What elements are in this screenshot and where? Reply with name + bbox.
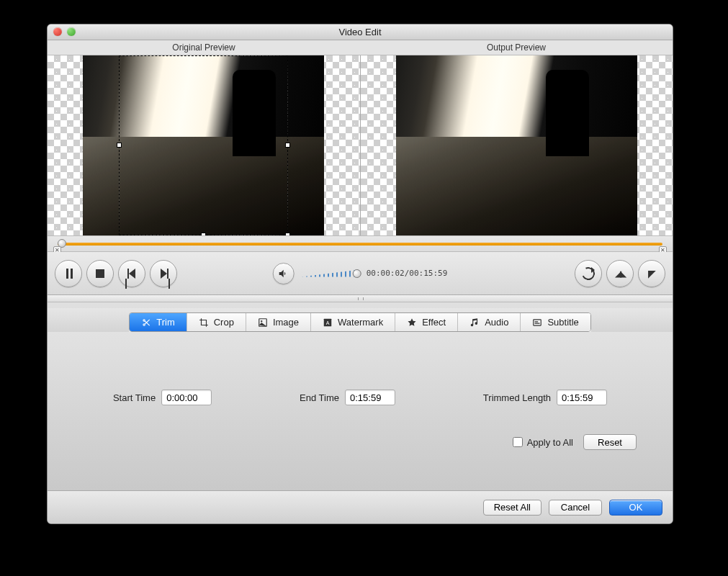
speaker-icon: [278, 268, 289, 279]
tab-watermark[interactable]: A Watermark: [311, 313, 395, 331]
cancel-button[interactable]: Cancel: [549, 500, 602, 516]
tab-audio-label: Audio: [485, 317, 508, 328]
star-icon: [407, 318, 417, 328]
trim-panel: Start Time End Time Trimmed Length Apply…: [48, 332, 673, 490]
volume-thumb[interactable]: [353, 269, 361, 278]
original-preview-label: Original Preview: [48, 40, 360, 55]
tab-audio[interactable]: Audio: [458, 313, 521, 331]
watermark-icon: A: [323, 318, 333, 328]
output-preview-label: Output Preview: [360, 40, 673, 55]
volume-group: 00:00:02/00:15:59: [273, 263, 448, 284]
tab-crop-label: Crop: [214, 317, 234, 328]
crop-handle-south[interactable]: [201, 233, 206, 235]
tab-crop[interactable]: Crop: [187, 313, 246, 331]
trimmed-length-field: Trimmed Length: [483, 390, 607, 405]
apply-to-all-label: Apply to All: [527, 437, 573, 448]
start-time-input[interactable]: [161, 390, 212, 405]
flip-horizontal-icon: [615, 268, 625, 279]
preview-labels: Original Preview Output Preview: [48, 40, 673, 55]
dialog-footer: Reset All Cancel OK: [48, 490, 673, 523]
next-frame-icon: [161, 269, 167, 279]
titlebar: Video Edit: [48, 24, 673, 40]
trimmed-length-label: Trimmed Length: [483, 392, 551, 403]
mute-button[interactable]: [273, 263, 295, 284]
output-preview-pane: [360, 55, 673, 235]
next-frame-button[interactable]: [150, 260, 177, 287]
crop-selection[interactable]: [119, 55, 288, 235]
tab-subtitle-label: Subtitle: [547, 317, 578, 328]
start-time-label: Start Time: [113, 392, 156, 403]
pane-splitter[interactable]: [48, 295, 673, 302]
playback-controls: 00:00:02/00:15:59: [48, 252, 673, 295]
svg-text:A: A: [326, 320, 330, 325]
reset-button[interactable]: Reset: [583, 434, 637, 450]
end-time-label: End Time: [300, 392, 339, 403]
original-preview-pane[interactable]: [48, 55, 360, 235]
flip-vertical-button[interactable]: [638, 260, 665, 287]
volume-slider[interactable]: [302, 270, 359, 277]
reset-all-button[interactable]: Reset All: [483, 500, 541, 516]
prev-frame-icon: [129, 269, 135, 279]
volume-ticks: [302, 270, 359, 277]
image-icon: [258, 318, 268, 328]
rotate-icon: [582, 267, 595, 280]
tab-effect-label: Effect: [422, 317, 446, 328]
crop-icon: [199, 318, 209, 328]
zoom-window-button[interactable]: [67, 27, 76, 36]
flip-vertical-icon: [648, 268, 656, 279]
tab-effect[interactable]: Effect: [395, 313, 458, 331]
svg-rect-4: [534, 319, 541, 325]
window-title: Video Edit: [338, 27, 381, 37]
preview-area: [48, 55, 673, 236]
trimmed-length-input[interactable]: [557, 390, 607, 405]
rotate-button[interactable]: [575, 260, 602, 287]
scissors-icon: [141, 318, 151, 328]
tab-trim[interactable]: Trim: [130, 313, 187, 331]
crop-handle-west[interactable]: [117, 143, 122, 148]
prev-frame-button[interactable]: [118, 260, 145, 287]
crop-handle-east[interactable]: [285, 143, 290, 148]
tab-subtitle[interactable]: Subtitle: [521, 313, 590, 331]
end-time-field: End Time: [300, 390, 395, 405]
ok-button[interactable]: OK: [609, 500, 662, 516]
pause-button[interactable]: [55, 260, 82, 287]
tab-image-label: Image: [273, 317, 299, 328]
tab-watermark-label: Watermark: [338, 317, 383, 328]
apply-to-all-input[interactable]: [513, 437, 523, 447]
stop-button[interactable]: [86, 260, 114, 287]
stop-icon: [96, 269, 104, 278]
close-window-button[interactable]: [53, 27, 62, 36]
svg-point-1: [261, 320, 262, 322]
music-note-icon: [469, 318, 480, 328]
video-edit-window: Video Edit Original Preview Output Previ…: [47, 24, 673, 524]
window-controls: [53, 27, 76, 36]
apply-to-all-checkbox[interactable]: Apply to All: [513, 437, 573, 448]
tab-trim-label: Trim: [156, 317, 175, 328]
start-time-field: Start Time: [113, 390, 212, 405]
timeline-track[interactable]: [58, 243, 662, 246]
playback-timecode: 00:00:02/00:15:59: [367, 269, 448, 278]
timeline[interactable]: ✕ ✕: [48, 236, 673, 252]
output-preview-video: [396, 55, 637, 235]
subtitle-icon: [532, 318, 542, 328]
tab-image[interactable]: Image: [246, 313, 311, 331]
end-time-input[interactable]: [345, 390, 395, 405]
original-preview-video: [83, 55, 324, 235]
flip-horizontal-button[interactable]: [606, 260, 634, 287]
edit-tabs: Trim Crop Image A Watermark Effect: [48, 308, 673, 332]
crop-handle-southeast[interactable]: [285, 233, 290, 235]
